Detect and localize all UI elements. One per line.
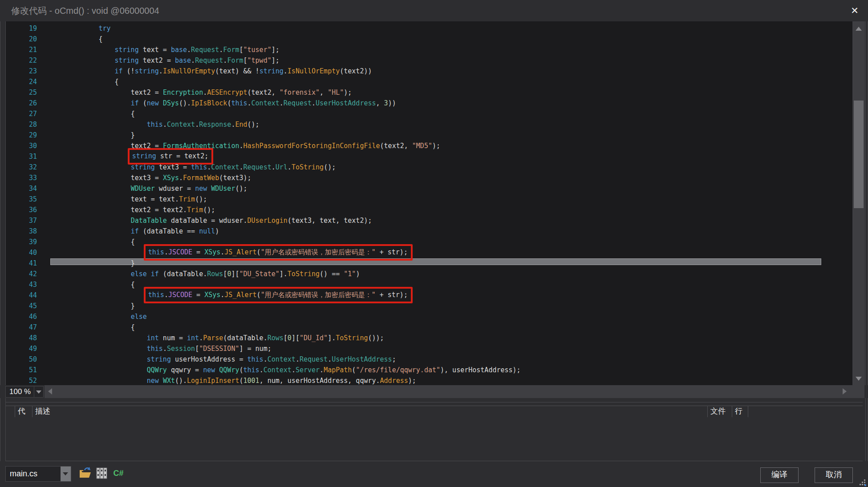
- scroll-down-icon[interactable]: [856, 377, 862, 381]
- code-line[interactable]: 52 new WXt().LoginIpInsert(1001, num, us…: [6, 375, 852, 386]
- line-number: 49: [6, 343, 37, 354]
- code-line[interactable]: 35 text = text.Trim();: [6, 194, 852, 205]
- code-line[interactable]: 34 WDUser wduser = new WDUser();: [6, 183, 852, 194]
- horizontal-scrollbar[interactable]: [45, 385, 864, 398]
- code-line[interactable]: 21 string text = base.Request.Form["tuse…: [6, 44, 852, 55]
- scroll-right-icon[interactable]: [843, 388, 847, 394]
- code-text: }: [50, 131, 135, 139]
- code-text: string text2 = base.Request.Form["tpwd"]…: [50, 56, 280, 64]
- line-number: 35: [6, 194, 37, 205]
- code-line[interactable]: 25 text2 = Encryption.AESEncrypt(text2, …: [6, 87, 852, 98]
- error-column-line[interactable]: 行: [732, 406, 748, 418]
- code-text: else: [50, 313, 147, 321]
- code-text: this.JSCODE = XSys.JS_Alert("用户名或密码错误，加密…: [50, 249, 413, 257]
- line-number: 31: [6, 151, 37, 162]
- error-list-header: 代码 描述 文件 行: [6, 406, 863, 418]
- code-line[interactable]: 51 QQWry qqwry = new QQWry(this.Context.…: [6, 365, 852, 375]
- code-line[interactable]: 43 {: [6, 279, 852, 290]
- line-number: 42: [6, 269, 37, 279]
- code-text: new WXt().LoginIpInsert(1001, num, userH…: [50, 377, 416, 385]
- code-line[interactable]: 24 {: [6, 76, 852, 87]
- code-line[interactable]: 41 }: [6, 258, 852, 269]
- code-line[interactable]: 19 try: [6, 23, 852, 34]
- zoom-level-value: 100 %: [9, 386, 31, 397]
- line-number: 51: [6, 365, 37, 375]
- code-text: if (!string.IsNullOrEmpty(text) && !stri…: [50, 67, 372, 75]
- line-number: 46: [6, 311, 37, 322]
- code-line[interactable]: 45 }: [6, 301, 852, 311]
- line-number: 43: [6, 279, 37, 290]
- vertical-scrollbar-thumb[interactable]: [854, 101, 864, 208]
- code-line[interactable]: 36 text2 = text2.Trim();: [6, 205, 852, 215]
- open-folder-button[interactable]: [78, 467, 93, 480]
- assembly-references-button[interactable]: [95, 467, 109, 480]
- code-line[interactable]: 46 else: [6, 311, 852, 322]
- code-line[interactable]: 32 string text3 = this.Context.Request.U…: [6, 162, 852, 173]
- code-line[interactable]: 39 {: [6, 237, 852, 247]
- line-number: 48: [6, 333, 37, 343]
- dialog-title: 修改代码 - oCmd() : void @06000004: [11, 0, 159, 21]
- error-column-file[interactable]: 文件: [708, 406, 732, 418]
- editor-bottom-row: 100 %: [0, 385, 868, 398]
- annotation-red-box: this.JSCODE = XSys.JS_Alert("用户名或密码错误，加密…: [144, 287, 413, 303]
- close-icon[interactable]: ✕: [848, 4, 861, 17]
- code-text: {: [50, 281, 135, 289]
- error-column-description[interactable]: 描述: [32, 406, 708, 418]
- scroll-left-icon[interactable]: [48, 388, 52, 394]
- error-column-icon: [6, 406, 15, 418]
- title-bar: 修改代码 - oCmd() : void @06000004 ✕: [0, 0, 868, 21]
- code-line[interactable]: 38 if (dataTable == null): [6, 226, 852, 237]
- code-text: this.Context.Response.End();: [50, 121, 260, 129]
- line-number: 27: [6, 109, 37, 119]
- line-number: 32: [6, 162, 37, 173]
- code-text: text3 = XSys.FormatWeb(text3);: [50, 174, 251, 182]
- code-line[interactable]: 47 {: [6, 322, 852, 333]
- resize-grip[interactable]: [857, 478, 865, 485]
- file-combobox[interactable]: main.cs: [5, 466, 71, 482]
- line-number: 28: [6, 119, 37, 130]
- code-line[interactable]: 20 {: [6, 34, 852, 44]
- code-line[interactable]: 42 else if (dataTable.Rows[0]["DU_State"…: [6, 269, 852, 279]
- chevron-down-icon: [36, 390, 41, 394]
- bottom-toolbar: main.cs C# 编译 取消: [0, 461, 868, 487]
- line-number: 26: [6, 98, 37, 109]
- code-text: text2 = Encryption.AESEncrypt(text2, "fo…: [50, 89, 352, 97]
- code-line[interactable]: 27 {: [6, 109, 852, 119]
- line-number: 34: [6, 183, 37, 194]
- code-text: text2 = text2.Trim();: [50, 206, 215, 214]
- compile-button[interactable]: 编译: [760, 467, 799, 483]
- cancel-button[interactable]: 取消: [815, 467, 853, 483]
- file-name: main.cs: [10, 467, 37, 481]
- code-line[interactable]: 22 string text2 = base.Request.Form["tpw…: [6, 55, 852, 66]
- code-line[interactable]: 48 int num = int.Parse(dataTable.Rows[0]…: [6, 333, 852, 343]
- code-line[interactable]: 40 this.JSCODE = XSys.JS_Alert("用户名或密码错误…: [6, 247, 852, 258]
- line-number: 45: [6, 301, 37, 311]
- code-text: if (dataTable == null): [50, 227, 219, 235]
- code-line[interactable]: 29 }: [6, 130, 852, 141]
- code-line[interactable]: 33 text3 = XSys.FormatWeb(text3);: [6, 173, 852, 183]
- code-editor[interactable]: 19 try20 {21 string text = base.Request.…: [6, 21, 852, 385]
- code-line[interactable]: 23 if (!string.IsNullOrEmpty(text) && !s…: [6, 66, 852, 76]
- code-text: text2 = FormsAuthentication.HashPassword…: [50, 142, 440, 150]
- line-number: 50: [6, 354, 37, 365]
- code-text: string str = text2;: [50, 153, 213, 161]
- vertical-scrollbar[interactable]: [852, 21, 865, 385]
- zoom-level-combobox[interactable]: 100 %: [5, 386, 44, 398]
- code-text: string text = base.Request.Form["tuser"]…: [50, 46, 280, 54]
- error-list-body[interactable]: [6, 417, 863, 461]
- code-line[interactable]: 31 string str = text2;: [6, 151, 852, 162]
- code-text: string text3 = this.Context.Request.Url.…: [50, 163, 336, 171]
- chevron-down-icon: [63, 472, 68, 475]
- code-line[interactable]: 28 this.Context.Response.End();: [6, 119, 852, 130]
- code-line[interactable]: 26 if (new DSys().IpIsBlock(this.Context…: [6, 98, 852, 109]
- code-line[interactable]: 49 this.Session["DSESSION"] = num;: [6, 343, 852, 354]
- zoom-dropdown-button[interactable]: [34, 386, 43, 397]
- scroll-up-icon[interactable]: [856, 27, 862, 31]
- code-line[interactable]: 44 this.JSCODE = XSys.JS_Alert("用户名或密码错误…: [6, 290, 852, 301]
- line-number: 40: [6, 247, 37, 258]
- code-line[interactable]: 37 DataTable dataTable = wduser.DUserLog…: [6, 215, 852, 226]
- line-number: 19: [6, 23, 37, 34]
- code-line[interactable]: 50 string userHostAddress = this.Context…: [6, 354, 852, 365]
- error-column-code[interactable]: 代码: [15, 406, 32, 418]
- file-dropdown-button[interactable]: [61, 467, 71, 481]
